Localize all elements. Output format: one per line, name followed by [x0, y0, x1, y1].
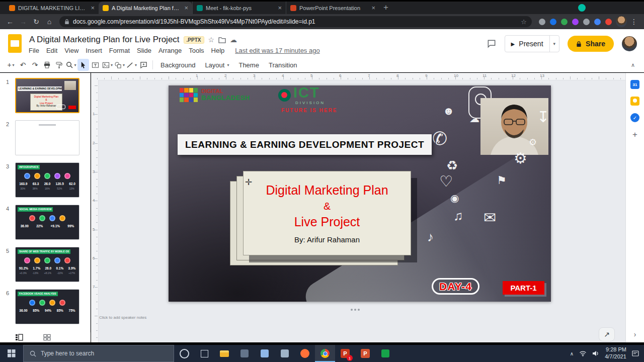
taskbar-monitor-app-icon[interactable] — [234, 345, 255, 362]
new-tab-button[interactable]: + — [383, 3, 388, 13]
start-button[interactable] — [0, 345, 23, 362]
speaker-notes-placeholder[interactable]: Click to add speaker notes — [99, 315, 146, 320]
menu-edit[interactable]: Edit — [43, 46, 61, 55]
browser-tab[interactable]: Meet - fik-kobr-pys× — [192, 2, 286, 14]
keep-icon[interactable] — [630, 97, 639, 106]
network-icon[interactable] — [579, 351, 587, 356]
account-avatar[interactable] — [622, 36, 637, 51]
expand-button[interactable]: ↗ — [599, 327, 615, 341]
extension-1-icon[interactable] — [539, 19, 545, 25]
action-center-icon[interactable] — [632, 350, 639, 356]
reload-icon[interactable]: ↻ — [30, 18, 42, 26]
taskbar-store-icon[interactable] — [275, 345, 295, 362]
menu-format[interactable]: Format — [106, 46, 133, 55]
present-button[interactable]: ▶Present ▾ — [505, 35, 559, 52]
tray-expand-icon[interactable]: ∧ — [570, 351, 574, 356]
slide-thumbnail-5[interactable]: SHARE OF WEB TRAFFIC BY MOBILE OS93.2%1.… — [15, 247, 79, 282]
paint-format-button[interactable] — [53, 59, 65, 71]
insert-line-button[interactable]: ▾ — [126, 59, 137, 71]
cloud-status-icon[interactable]: ☁ — [230, 36, 237, 44]
insert-shape-button[interactable]: ▾ — [114, 59, 125, 71]
menu-view[interactable]: View — [61, 46, 82, 55]
tasks-icon[interactable]: ✓ — [630, 113, 639, 122]
slide-thumbnail-2[interactable] — [15, 120, 79, 155]
new-slide-button[interactable]: +▾ — [5, 59, 17, 71]
extension-6-icon[interactable] — [594, 19, 601, 25]
tab-close-icon[interactable]: × — [91, 5, 95, 11]
browser-menu-icon[interactable]: ⋮ — [628, 18, 640, 26]
filmstrip-view-icon[interactable] — [15, 334, 23, 341]
menu-tools[interactable]: Tools — [185, 46, 207, 55]
taskbar-firefox-icon[interactable] — [295, 345, 315, 362]
browser-tab[interactable]: DIGITAL MARKETING LIVE PROJE× — [5, 2, 99, 14]
collapse-toolbar-icon[interactable]: ∧ — [631, 62, 639, 68]
url-bar[interactable]: docs.google.com/presentation/d/19J5hI-BV… — [59, 16, 532, 27]
taskbar-clock[interactable]: 9:28 PM 4/7/2021 — [605, 346, 626, 360]
back-icon[interactable]: ← — [4, 18, 16, 26]
day-badge[interactable]: DAY-4 — [432, 278, 479, 295]
browser-tab[interactable]: A Digital Marketing Plan for Live× — [99, 2, 192, 14]
slide-thumbnail-3[interactable]: INFOGRAPHICS163.963.326.0120.562.030%38%… — [15, 162, 79, 198]
menu-insert[interactable]: Insert — [82, 46, 106, 55]
tab-close-icon[interactable]: × — [371, 5, 375, 11]
forward-icon[interactable]: → — [17, 18, 29, 26]
taskbar-powerpoint-icon[interactable]: P1 — [335, 345, 355, 362]
taskbar-powerpoint-2-icon[interactable]: P — [355, 345, 375, 362]
extension-3-icon[interactable] — [561, 19, 568, 25]
teal-status-icon[interactable] — [578, 4, 586, 12]
zoom-button[interactable]: ▾ — [65, 59, 77, 71]
extension-7-icon[interactable] — [605, 19, 612, 25]
theme-button[interactable]: Theme — [234, 61, 263, 69]
volume-icon[interactable] — [592, 350, 599, 356]
bookmark-star-icon[interactable]: ☆ — [521, 18, 527, 26]
transition-button[interactable]: Transition — [264, 61, 302, 69]
background-button[interactable]: Background — [156, 61, 200, 69]
last-edit-link[interactable]: Last edit was 17 minutes ago — [235, 47, 319, 54]
taskbar-file-explorer-icon[interactable] — [214, 345, 234, 362]
taskbar-search[interactable]: Type here to search — [23, 345, 174, 362]
menu-help[interactable]: Help — [208, 46, 228, 55]
grid-view-icon[interactable] — [43, 334, 51, 341]
text-box-tool[interactable] — [90, 59, 101, 71]
layout-button[interactable]: Layout▾ — [200, 61, 233, 69]
part-badge[interactable]: PART-1 — [503, 281, 544, 295]
taskbar-sharex-icon[interactable] — [375, 345, 395, 362]
slide-editor[interactable]: DIGITAL BANGLADESH ICT DIVISION FUTURE I… — [169, 85, 551, 302]
extension-2-icon[interactable] — [550, 19, 556, 25]
star-document-icon[interactable]: ☆ — [208, 36, 215, 44]
slide-thumbnail-6[interactable]: FACEBOOK USAGE ANALYSIS36.0085%94%85%75% — [15, 289, 79, 324]
comment-history-icon[interactable] — [487, 39, 497, 49]
home-icon[interactable]: ⌂ — [43, 18, 55, 26]
slides-product-icon[interactable] — [8, 34, 22, 53]
taskbar-task-view-icon[interactable] — [194, 345, 214, 362]
menu-file[interactable]: File — [25, 46, 43, 55]
insert-comment-button[interactable] — [138, 59, 149, 71]
tab-close-icon[interactable]: × — [278, 5, 282, 11]
slide-thumbnail-1[interactable]: LEARNING & EARNING DEVELOPMENT PROJECTDi… — [15, 78, 79, 113]
title-card[interactable]: Digital Marketing Plan & Live Project By… — [243, 171, 411, 255]
project-banner[interactable]: LEARNING & EARNING DEVELOPMENT PROJECT — [178, 134, 432, 155]
slide-thumbnail-4[interactable]: SOCIAL MEDIA OVERVIEW36.0022%+9.1%99% — [15, 205, 79, 240]
menu-arrange[interactable]: Arrange — [155, 46, 185, 55]
doc-title[interactable]: A Digital Marketing Plan for Live Projec… — [29, 35, 180, 45]
hide-side-panel-icon[interactable]: › — [626, 330, 644, 338]
notes-drag-handle[interactable] — [351, 309, 353, 311]
extension-5-icon[interactable] — [583, 19, 590, 25]
browser-tab[interactable]: PowerPoint Presentation× — [286, 2, 379, 14]
select-tool[interactable] — [77, 59, 89, 71]
share-button[interactable]: Share — [568, 36, 614, 52]
redo-button[interactable]: ↷ — [29, 59, 41, 71]
extension-4-icon[interactable] — [572, 19, 579, 25]
print-button[interactable] — [41, 59, 53, 71]
insert-image-button[interactable]: ▾ — [102, 59, 113, 71]
browser-profile-avatar[interactable] — [616, 16, 627, 27]
move-folder-icon[interactable] — [218, 37, 226, 43]
present-dropdown-caret[interactable]: ▾ — [549, 36, 559, 52]
tab-close-icon[interactable]: × — [184, 5, 188, 11]
calendar-icon[interactable]: 31 — [630, 80, 639, 89]
taskbar-chrome-icon[interactable] — [315, 345, 335, 362]
taskbar-cortana-icon[interactable] — [174, 345, 194, 362]
menu-slide[interactable]: Slide — [133, 46, 155, 55]
add-addon-icon[interactable]: + — [632, 130, 637, 140]
taskbar-mail-icon[interactable] — [255, 345, 275, 362]
